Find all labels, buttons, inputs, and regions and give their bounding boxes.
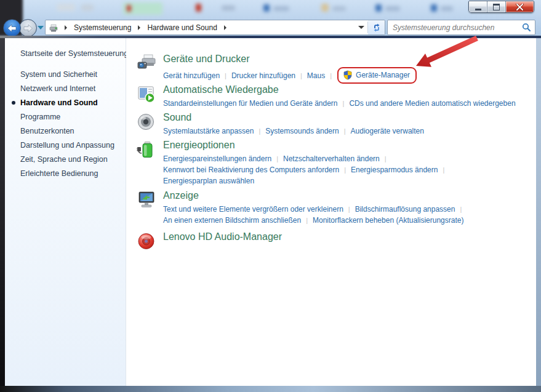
speaker-icon (137, 112, 156, 132)
devices-and-printers-icon (137, 54, 156, 73)
minimize-button[interactable] (469, 1, 487, 12)
back-button[interactable] (3, 19, 21, 36)
window-frame-left (0, 38, 5, 386)
task-link-energiesparmodus[interactable]: Energiesparmodus ändern (351, 164, 438, 175)
section-title-link[interactable]: Lenovo HD Audio-Manager (163, 231, 282, 243)
background-blur-icon (196, 4, 201, 12)
sidebar-item-benutzerkonten[interactable]: Benutzerkonten (20, 127, 74, 135)
breadcrumb-item-hardware-und-sound[interactable]: Hardware und Sound (143, 23, 220, 32)
breadcrumb-root-button[interactable] (46, 20, 62, 34)
section-text: Geräte und Drucker Gerät hinzufügen Druc… (163, 53, 417, 84)
task-link-text-vergroessern[interactable]: Text und weitere Elemente vergrößern ode… (163, 204, 343, 215)
breadcrumb-separator-icon[interactable] (138, 25, 140, 30)
sidebar-item-system-und-sicherheit[interactable]: System und Sicherheit (20, 70, 97, 79)
link-separator (300, 70, 302, 81)
titlebar: Systemsteuerung Hardware und Sound (0, 0, 541, 36)
refresh-button[interactable] (368, 20, 385, 34)
task-link-bildschirmaufloesung[interactable]: Bildschirmauflösung anpassen (355, 204, 455, 215)
background-blur-icon (431, 4, 437, 12)
background-blur-tab (81, 4, 94, 11)
window-frame-bottom (0, 386, 541, 392)
section-title-link[interactable]: Sound (163, 111, 424, 124)
sidebar-item-programme[interactable]: Programme (20, 113, 60, 121)
link-separator (344, 164, 346, 175)
close-button[interactable] (506, 1, 534, 12)
breadcrumb-separator-icon[interactable] (224, 25, 226, 30)
window-controls (468, 1, 534, 13)
task-link-standardeinstellungen[interactable]: Standardeinstellungen für Medien und Ger… (163, 98, 338, 109)
task-link-externer-bildschirm[interactable]: An einen externen Bildschirm anschließen (163, 215, 301, 226)
section-title-link[interactable]: Geräte und Drucker (163, 53, 417, 65)
battery-power-icon (137, 140, 156, 159)
task-link-netzschalterverhalten[interactable]: Netzschalterverhalten ändern (283, 153, 380, 164)
geraete-manager-highlight-box: Geräte-Manager (337, 67, 417, 84)
search-input[interactable] (388, 20, 535, 34)
background-blur-icon (127, 5, 131, 12)
task-link-energiespareinstellungen[interactable]: Energiespareinstellungen ändern (163, 153, 271, 164)
background-blur-tab (57, 4, 75, 11)
background-blur-icon (441, 6, 453, 11)
sidebar-item-hardware-und-sound[interactable]: Hardware und Sound (20, 98, 98, 107)
client-area: Startseite der Systemsteuerung System un… (5, 38, 536, 386)
link-separator (343, 98, 345, 109)
link-separator (344, 126, 346, 137)
section-geraete-und-drucker: Geräte und Drucker Gerät hinzufügen Druc… (137, 53, 417, 84)
task-link-geraete-manager[interactable]: Geräte-Manager (356, 70, 410, 81)
section-text: Automatische Wiedergabe Standardeinstell… (163, 84, 516, 109)
autoplay-icon (137, 84, 156, 104)
link-separator (348, 204, 350, 215)
search-box (387, 20, 535, 35)
section-automatische-wiedergabe: Automatische Wiedergabe Standardeinstell… (137, 84, 516, 109)
section-sound: Sound Systemlautstärke anpassen Systemso… (137, 111, 424, 137)
background-blur-icon (375, 4, 382, 12)
background-blur-icon (263, 4, 270, 12)
task-link-cds-medien[interactable]: CDs und andere Medien automatisch wieder… (349, 98, 515, 109)
sidebar: Startseite der Systemsteuerung System un… (5, 38, 126, 386)
chevron-down-icon (358, 26, 364, 29)
background-blur-icon (273, 6, 289, 11)
link-separator (460, 204, 462, 215)
task-link-energiesparplan[interactable]: Energiesparplan auswählen (163, 175, 254, 186)
sidebar-item-darstellung-und-anpassung[interactable]: Darstellung und Anpassung (20, 141, 114, 150)
section-title-link[interactable]: Energieoptionen (163, 139, 449, 151)
history-dropdown-button[interactable] (38, 26, 44, 30)
sidebar-item-home[interactable]: Startseite der Systemsteuerung (20, 49, 128, 58)
task-link-kennwort-reaktivierung[interactable]: Kennwort bei Reaktivierung des Computers… (163, 164, 339, 175)
task-link-systemsounds[interactable]: Systemsounds ändern (265, 126, 339, 137)
uac-shield-icon (343, 70, 353, 80)
breadcrumb-item-systemsteuerung[interactable]: Systemsteuerung (70, 23, 135, 32)
link-separator (276, 153, 278, 164)
section-text: Anzeige Text und weitere Elemente vergrö… (163, 190, 467, 226)
task-link-drucker-hinzufuegen[interactable]: Drucker hinzufügen (231, 70, 295, 81)
link-separator (225, 70, 226, 81)
close-icon (516, 4, 524, 10)
breadcrumb-separator-icon[interactable] (65, 25, 67, 30)
refresh-icon (372, 23, 381, 32)
task-link-audiogeraete[interactable]: Audiogeräte verwalten (351, 126, 424, 137)
maximize-button[interactable] (487, 1, 506, 12)
maximize-icon (493, 4, 500, 10)
forward-arrow-icon (23, 25, 33, 32)
task-link-geraet-hinzufuegen[interactable]: Gerät hinzufügen (163, 70, 220, 81)
section-energieoptionen: Energieoptionen Energiespareinstellungen… (137, 139, 449, 186)
content-area: Geräte und Drucker Gerät hinzufügen Druc… (126, 38, 536, 386)
sidebar-item-erleichterte-bedienung[interactable]: Erleichterte Bedienung (20, 169, 98, 178)
link-separator (306, 215, 308, 226)
sidebar-item-netzwerk-und-internet[interactable]: Netzwerk und Internet (20, 84, 95, 93)
link-separator (330, 70, 332, 81)
active-bullet-icon (12, 101, 15, 105)
task-link-maus[interactable]: Maus (307, 70, 325, 81)
address-dropdown-button[interactable] (355, 20, 367, 34)
forward-button[interactable] (19, 19, 37, 36)
section-title-link[interactable]: Anzeige (163, 190, 467, 202)
window-frame-right (536, 38, 541, 386)
task-link-systemlautstaerke[interactable]: Systemlautstärke anpassen (163, 126, 254, 137)
control-panel-icon (49, 23, 58, 33)
display-icon (137, 190, 156, 210)
link-separator (443, 164, 444, 175)
section-text: Lenovo HD Audio-Manager (163, 231, 282, 251)
back-arrow-icon (7, 25, 17, 32)
task-link-monitorflackern[interactable]: Monitorflackern beheben (Aktualisierungs… (313, 215, 463, 226)
section-title-link[interactable]: Automatische Wiedergabe (163, 84, 516, 96)
sidebar-item-zeit-sprache-region[interactable]: Zeit, Sprache und Region (20, 155, 108, 164)
